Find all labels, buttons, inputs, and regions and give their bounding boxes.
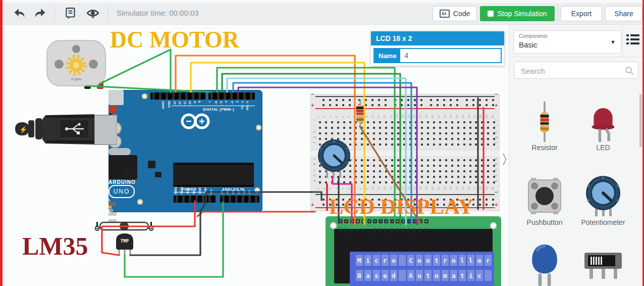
column-number: 11 [377,185,380,192]
share-button[interactable]: Share [605,6,642,21]
breadboard-hole [336,99,338,101]
list-view-icon[interactable] [626,33,639,46]
column-number: 10 [371,113,374,120]
lcd-pin-dot [425,220,427,222]
panel-collapse-button[interactable]: 〉 [501,150,514,170]
breadboard-hole [493,144,495,146]
breadboard-hole [394,104,396,106]
resistor-on-breadboard[interactable] [355,99,365,128]
sidebar-divider [622,24,623,57]
breadboard-hole [487,132,489,134]
column-number: 16 [407,185,410,192]
breadboard-hole [385,165,387,167]
component-item-capacitor[interactable] [516,244,573,286]
breadboard-hole [415,132,417,134]
breadboard-hole [466,99,468,101]
lcd-properties-dialog[interactable]: LCD 16 x 2 Name [371,31,504,66]
rail-sign: + [495,103,498,108]
annotation-dc-motor: DC MOTOR [110,26,239,53]
component-item-led[interactable]: LED [575,100,631,155]
breadboard-hole [391,138,393,140]
breadboard-hole [481,176,483,178]
search-input[interactable] [520,63,623,79]
breadboard-hole [481,132,483,134]
breadboard-hole [367,144,369,146]
breadboard-hole [475,165,477,167]
redo-icon[interactable] [33,7,46,20]
breadboard-hole [421,170,423,172]
thermometer-icon [95,222,99,230]
column-number: 27 [473,185,476,192]
breadboard-hole [492,204,494,206]
breadboard-hole [403,176,405,178]
breadboard-hole [323,104,325,106]
component-item-slideswitch[interactable] [575,244,631,286]
code-button[interactable]: Code [433,6,477,21]
breadboard-hole [361,132,363,134]
breadboard-hole [439,138,441,140]
row-letter: d [312,163,316,165]
breadboard-hole [487,144,489,146]
tinkercad-simulator-window: Simulator time: 00:00:03 Code Stop Simul… [0,0,644,286]
breadboard-hole [421,121,423,123]
breadboard-hole [457,165,459,167]
usb-cable[interactable]: ⚡ [0,111,117,148]
components-category-dropdown[interactable]: Components Basic ▼ [513,30,621,54]
sidebar-scrollbar[interactable] [639,94,642,147]
undo-icon[interactable] [14,7,27,20]
breadboard-hole [397,138,399,140]
breadboard-hole [367,165,369,167]
breadboard-hole [433,159,435,161]
stop-simulation-button[interactable]: Stop Simulation [480,6,555,21]
breadboard-hole [355,181,357,183]
voltage-regulator [125,167,135,180]
toolbar: Simulator time: 00:00:03 Code Stop Simul… [3,3,642,25]
lcd-pin-dot [414,220,416,222]
breadboard-hole [361,170,363,172]
tmp-label: TMP [116,239,133,244]
lcd-16x2-module[interactable]: Micro Controller Based Automatic GNDVCCV… [326,216,501,286]
breadboard-hole [445,132,447,134]
row-letter: b [494,174,498,176]
breadboard-hole [433,127,435,129]
name-input[interactable] [400,49,501,62]
breadboard-hole [481,144,483,146]
breadboard-hole [457,144,459,146]
lcd-char: l [467,255,474,266]
atmega-chip [173,163,254,187]
breadboard-hole [415,176,417,178]
search-box [514,62,638,79]
led-tx [109,212,117,216]
export-button[interactable]: Export [561,6,602,21]
component-visibility-eye-icon[interactable] [86,7,99,20]
dc-motor[interactable]: 0 rpm [46,37,106,92]
component-item-label: LED [575,144,631,152]
column-number: 28 [479,185,482,192]
breadboard-hole [421,159,423,161]
breadboard-hole [397,176,399,178]
breadboard-hole [379,132,381,134]
arduino-uno-board[interactable]: AREFGND1312~11~10~987~6~54~32TX→1RX←0IOR… [109,90,262,212]
notes-icon[interactable] [64,7,77,20]
column-number: 18 [419,113,422,120]
breadboard-hole [439,132,441,134]
breadboard-hole [457,138,459,140]
component-item-potentiometer[interactable]: Potentiometer [575,175,631,229]
breadboard-hole [475,144,477,146]
breadboard-hole [445,138,447,140]
lcd-text-line1: Micro Controller [356,255,492,266]
potentiometer-on-breadboard[interactable] [316,138,352,180]
rail-sign: − [311,189,314,195]
breadboard-hole [379,121,381,123]
smd-chip [155,172,162,177]
tmp36-temperature-sensor[interactable]: TMP [95,220,153,257]
breadboard-hole [415,138,417,140]
breadboard-hole [475,138,477,140]
breadboard-hole [481,138,483,140]
breadboard-hole [463,144,465,146]
component-item-pushbutton[interactable]: Pushbutton [516,175,573,229]
breadboard-hole [379,181,381,183]
component-item-resistor[interactable]: Resistor [516,100,573,155]
row-letter: f [494,142,498,143]
breadboard-hole [319,121,321,123]
